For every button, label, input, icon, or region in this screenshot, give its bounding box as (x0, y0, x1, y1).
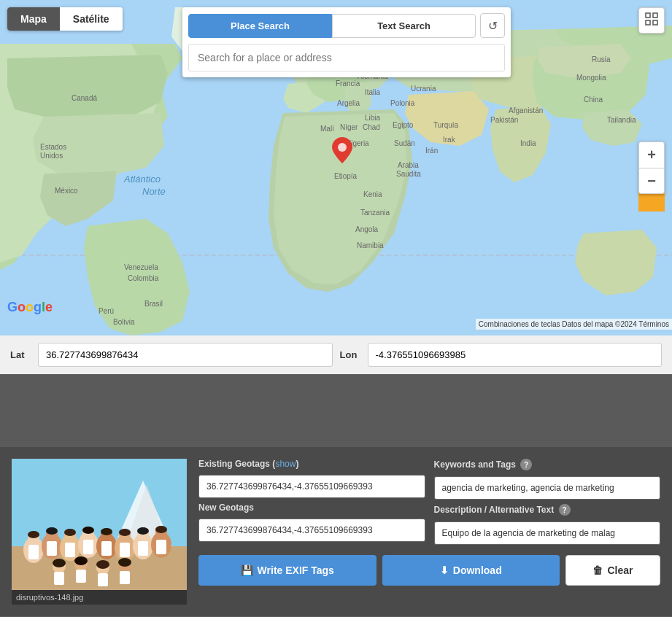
svg-rect-86 (120, 543, 130, 557)
svg-text:India: India (520, 139, 536, 147)
svg-point-96 (118, 558, 131, 567)
map-container[interactable]: Canadá Estados Unidos México Venezuela C… (0, 0, 672, 335)
svg-rect-48 (646, 20, 650, 25)
svg-rect-83 (65, 543, 75, 557)
svg-point-94 (74, 556, 88, 565)
tab-text-search[interactable]: Text Search (332, 14, 476, 38)
tab-place-search[interactable]: Place Search (188, 14, 332, 38)
description-help-icon[interactable]: ? (559, 504, 571, 516)
svg-text:Irán: Irán (425, 147, 438, 155)
svg-text:Argelia: Argelia (337, 99, 360, 107)
keywords-help-icon[interactable]: ? (520, 459, 532, 470)
svg-text:Italia: Italia (365, 88, 381, 96)
svg-text:México: México (55, 187, 78, 195)
svg-text:Níger: Níger (340, 123, 358, 131)
svg-rect-47 (653, 13, 657, 18)
svg-text:Angola: Angola (355, 225, 379, 233)
svg-point-75 (64, 529, 76, 536)
svg-rect-84 (83, 540, 93, 554)
svg-text:Irak: Irak (443, 136, 456, 144)
description-input[interactable] (434, 521, 661, 545)
new-geotags-input[interactable] (198, 519, 425, 542)
map-attribution: Combinaciones de teclas Datos del mapa ©… (476, 319, 672, 330)
svg-text:Sudán: Sudán (394, 139, 415, 147)
svg-point-45 (338, 143, 347, 152)
map-marker (332, 137, 352, 168)
fullscreen-icon (645, 12, 658, 28)
search-panel: Place Search Text Search ↺ (182, 7, 511, 77)
svg-text:Namibia: Namibia (357, 241, 384, 249)
zoom-in-button[interactable]: + (638, 141, 665, 168)
geotags-column: Existing Geotags (show) New Geotags (198, 459, 425, 545)
lat-label: Lat (10, 349, 32, 360)
svg-rect-85 (101, 541, 112, 556)
svg-text:Bolivia: Bolivia (113, 318, 135, 326)
svg-rect-81 (28, 545, 39, 559)
svg-text:Canadá: Canadá (72, 94, 97, 102)
svg-text:China: China (584, 96, 603, 104)
svg-text:Libia: Libia (365, 114, 381, 122)
write-exif-button[interactable]: 💾 Write EXIF Tags (198, 555, 376, 586)
svg-text:Atlántico: Atlántico (123, 174, 161, 185)
reset-icon: ↺ (488, 19, 498, 33)
svg-text:Ucrania: Ucrania (411, 85, 436, 93)
existing-geotags-input[interactable] (198, 475, 425, 498)
fullscreen-button[interactable] (638, 7, 665, 34)
action-buttons: 💾 Write EXIF Tags ⬇ Download 🗑 Clear (198, 555, 660, 586)
svg-rect-49 (653, 20, 657, 25)
svg-point-79 (137, 527, 149, 535)
svg-text:Polonia: Polonia (390, 99, 415, 107)
zoom-out-button[interactable]: − (638, 168, 665, 194)
svg-rect-88 (156, 540, 166, 554)
svg-text:Unidos: Unidos (40, 152, 63, 160)
svg-point-73 (28, 531, 39, 538)
show-geotags-link[interactable]: show (275, 459, 296, 469)
search-tabs: Place Search Text Search ↺ (188, 13, 505, 38)
svg-text:Venezuela: Venezuela (124, 263, 158, 271)
lon-label: Lon (340, 349, 362, 360)
map-type-mapa-button[interactable]: Mapa (7, 7, 60, 31)
svg-point-77 (101, 528, 112, 535)
photo-preview: disruptivos-148.jpg (12, 459, 187, 605)
svg-text:Estados: Estados (40, 143, 66, 151)
download-button[interactable]: ⬇ Download (382, 555, 560, 586)
svg-text:Francia: Francia (336, 79, 360, 88)
photo-image (12, 459, 187, 590)
svg-text:Tanzania: Tanzania (360, 209, 390, 217)
svg-text:Turquía: Turquía (433, 121, 459, 129)
svg-text:Pakistán: Pakistán (490, 116, 518, 124)
spacer (0, 374, 672, 447)
download-icon: ⬇ (440, 564, 449, 576)
svg-text:Mongolia: Mongolia (576, 74, 606, 82)
svg-text:Egipto: Egipto (393, 121, 414, 129)
svg-point-76 (82, 527, 94, 534)
metadata-columns: Existing Geotags (show) New Geotags Keyw… (198, 459, 660, 545)
google-logo: Google (7, 300, 53, 315)
svg-rect-97 (54, 572, 64, 585)
lon-input[interactable] (368, 343, 663, 367)
search-input[interactable] (188, 44, 505, 71)
svg-text:Brasil: Brasil (144, 300, 163, 308)
svg-rect-100 (120, 571, 130, 584)
svg-text:Etiopía: Etiopía (334, 172, 358, 180)
zoom-controls: + − (638, 141, 665, 194)
coordinates-area: Lat Lon (0, 335, 672, 374)
svg-point-93 (53, 559, 66, 567)
keywords-input[interactable] (434, 476, 661, 500)
svg-rect-46 (646, 13, 650, 18)
svg-text:Malí: Malí (320, 125, 334, 133)
photo-filename: disruptivos-148.jpg (12, 590, 187, 605)
lat-field: Lat (10, 343, 333, 367)
clear-button[interactable]: 🗑 Clear (565, 555, 660, 586)
metadata-section: Existing Geotags (show) New Geotags Keyw… (198, 459, 660, 586)
svg-rect-99 (98, 573, 108, 586)
map-type-satelite-button[interactable]: Satélite (60, 7, 123, 31)
lat-input[interactable] (38, 343, 333, 367)
svg-text:Perú: Perú (99, 307, 114, 315)
map-type-buttons: Mapa Satélite (7, 7, 123, 31)
svg-text:Kenia: Kenia (363, 190, 382, 198)
new-geotags-label: New Geotags (198, 502, 425, 513)
reset-search-button[interactable]: ↺ (480, 13, 505, 38)
map-type-controls: Mapa Satélite (7, 7, 123, 31)
lon-field: Lon (340, 343, 663, 367)
